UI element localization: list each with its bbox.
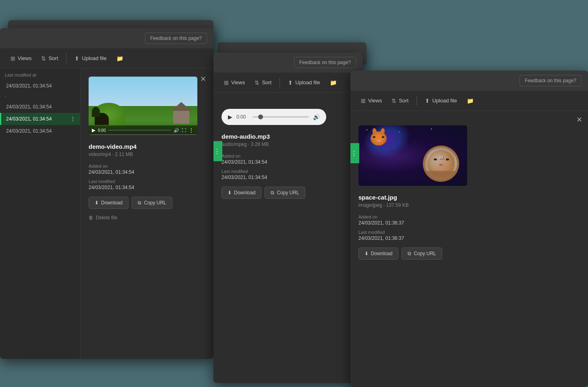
new-folder-button-1[interactable]: 📁: [112, 53, 127, 64]
added-date-2: 24/03/2021, 01:34:54: [222, 159, 354, 165]
added-label-3: Added on: [358, 214, 580, 219]
window-2: Feedback on this page? ⊞ Views ⇅ Sort ⬆ …: [213, 52, 362, 383]
download-label-2: Download: [234, 190, 255, 196]
video-preview-1: ▶ 0:00 🔊 ⛶ ⋮: [89, 77, 197, 135]
views-icon-3: ⊞: [361, 98, 366, 104]
window-1-toolbar: ⊞ Views ⇅ Sort ⬆ Upload file 📁: [0, 48, 213, 69]
upload-label-1: Upload file: [82, 55, 106, 61]
delete-button-1[interactable]: 🗑 Delete file: [89, 212, 117, 223]
download-button-2[interactable]: ⬇ Download: [222, 187, 261, 199]
upload-button-1[interactable]: ⬆ Upload file: [70, 53, 110, 64]
video-volume-button-1[interactable]: 🔊: [174, 128, 179, 133]
new-folder-icon-2: 📁: [330, 79, 337, 86]
download-label-3: Download: [371, 251, 392, 256]
sort-label-2: Sort: [262, 79, 271, 85]
added-date-1: 24/03/2021, 01:34:54: [89, 169, 205, 175]
audio-play-button-2[interactable]: ▶: [228, 114, 232, 120]
sidebar-item-5-date: 24/03/2021, 01:34:54: [6, 128, 52, 134]
sidebar-1: Last modified at 24/03/2021, 01:34:54 - …: [0, 69, 81, 359]
copy-url-icon-1: ⧉: [138, 200, 141, 206]
sort-button-1[interactable]: ⇅ Sort: [37, 53, 62, 64]
new-folder-button-2[interactable]: 📁: [326, 77, 341, 88]
copy-url-label-2: Copy URL: [277, 190, 299, 196]
image-preview-3: 33: [358, 125, 467, 186]
modified-label-1: Last modified: [89, 179, 205, 184]
window-1-header: Feedback on this page?: [0, 28, 213, 48]
views-button-1[interactable]: ⊞ Views: [6, 53, 35, 64]
toolbar-divider-2: [280, 78, 280, 87]
download-icon-3: ⬇: [364, 251, 369, 256]
audio-progress-2[interactable]: [253, 116, 309, 118]
new-folder-button-3[interactable]: 📁: [463, 95, 478, 106]
green-menu-tab-3[interactable]: ⋮: [350, 143, 359, 163]
file-meta-1: video/mp4 · 2.11 MB: [89, 152, 205, 157]
feedback-button-3[interactable]: Feedback on this page?: [520, 75, 582, 86]
copy-url-icon-2: ⧉: [271, 190, 274, 196]
sort-label-3: Sort: [399, 98, 408, 104]
delete-label-1: Delete file: [96, 215, 117, 221]
modified-label-2: Last modified: [222, 169, 354, 174]
sidebar-item-1[interactable]: 24/03/2021, 01:34:54: [0, 80, 80, 92]
sort-label-1: Sort: [48, 55, 58, 61]
audio-volume-button-2[interactable]: 🔊: [313, 114, 320, 120]
modified-date-2: 24/03/2021, 01:34:54: [222, 175, 354, 180]
file-meta-3: image/jpeg · 137.59 KB: [358, 202, 580, 208]
sidebar-item-3-date: 24/03/2021, 01:34:54: [6, 104, 52, 110]
views-button-2[interactable]: ⊞ Views: [220, 77, 249, 88]
sidebar-item-4-more[interactable]: ⋮: [70, 116, 75, 122]
audio-player-container-2: ▶ 0:00 🔊: [222, 109, 354, 125]
video-progress-1[interactable]: [108, 130, 171, 131]
views-label-3: Views: [368, 98, 382, 104]
sidebar-item-1-date: 24/03/2021, 01:34:54: [6, 83, 52, 89]
upload-button-3[interactable]: ⬆ Upload file: [421, 95, 461, 106]
copy-url-button-1[interactable]: ⧉ Copy URL: [132, 197, 172, 209]
modified-date-1: 24/03/2021, 01:34:54: [89, 185, 205, 190]
close-button-1[interactable]: ✕: [197, 73, 209, 85]
views-button-3[interactable]: ⊞ Views: [357, 95, 386, 106]
modified-label-3: Last modified: [358, 230, 580, 235]
feedback-button-2[interactable]: Feedback on this page?: [294, 57, 356, 68]
upload-icon-2: ⬆: [288, 79, 293, 86]
added-date-3: 24/03/2021, 01:36:37: [358, 220, 580, 226]
sort-icon-2: ⇅: [255, 79, 259, 86]
upload-label-2: Upload file: [295, 79, 320, 85]
upload-icon-3: ⬆: [425, 98, 430, 104]
green-menu-tab-2[interactable]: ⋮: [213, 141, 222, 161]
sidebar-item-5[interactable]: 24/03/2021, 01:34:54: [0, 125, 80, 137]
sort-button-3[interactable]: ⇅ Sort: [387, 95, 412, 106]
added-label-2: Added on: [222, 154, 354, 158]
file-name-1: demo-video.mp4: [89, 143, 205, 150]
window-1-content: Last modified at 24/03/2021, 01:34:54 - …: [0, 69, 213, 359]
copy-url-button-3[interactable]: ⧉ Copy URL: [402, 248, 442, 260]
views-label-2: Views: [231, 79, 245, 85]
new-folder-icon-3: 📁: [467, 98, 474, 104]
file-name-3: space-cat.jpg: [358, 194, 580, 201]
upload-label-3: Upload file: [432, 98, 457, 104]
file-name-2: demo-audio.mp3: [222, 133, 354, 140]
copy-url-label-3: Copy URL: [414, 251, 436, 256]
video-more-button-1[interactable]: ⋮: [188, 127, 194, 133]
audio-thumb-2: [258, 114, 263, 119]
window-2-content: ✕ ⋮ ▶ 0:00 🔊 demo-audio.mp3 audio/mpeg ·…: [213, 93, 362, 207]
sidebar-header-1: Last modified at: [0, 69, 80, 80]
video-fullscreen-button-1[interactable]: ⛶: [182, 128, 186, 133]
views-icon-2: ⊞: [224, 79, 229, 86]
sidebar-item-3[interactable]: 24/03/2021, 01:34:54: [0, 101, 80, 113]
sort-button-2[interactable]: ⇅ Sort: [251, 77, 275, 88]
download-button-3[interactable]: ⬇ Download: [358, 248, 398, 260]
audio-time-2: 0:00: [236, 114, 248, 120]
sidebar-item-4-active[interactable]: 24/03/2021, 01:34:54 ⋮: [0, 113, 80, 125]
copy-url-button-2[interactable]: ⧉ Copy URL: [265, 187, 305, 199]
window-3: Feedback on this page? ⊞ Views ⇅ Sort ⬆ …: [350, 71, 588, 387]
download-icon-2: ⬇: [228, 190, 232, 196]
download-button-1[interactable]: ⬇ Download: [89, 197, 128, 209]
video-play-button-1[interactable]: ▶: [92, 127, 95, 133]
added-label-1: Added on: [89, 164, 205, 169]
video-controls-1: ▶ 0:00 🔊 ⛶ ⋮: [89, 125, 197, 135]
audio-player-2: ▶ 0:00 🔊: [222, 109, 326, 125]
sidebar-item-dash: -: [0, 92, 80, 101]
feedback-button-1[interactable]: Feedback on this page?: [145, 33, 207, 44]
upload-button-2[interactable]: ⬆ Upload file: [284, 77, 324, 88]
green-menu-icon-3: ⋮: [351, 150, 357, 157]
close-button-3[interactable]: ✕: [574, 114, 585, 125]
